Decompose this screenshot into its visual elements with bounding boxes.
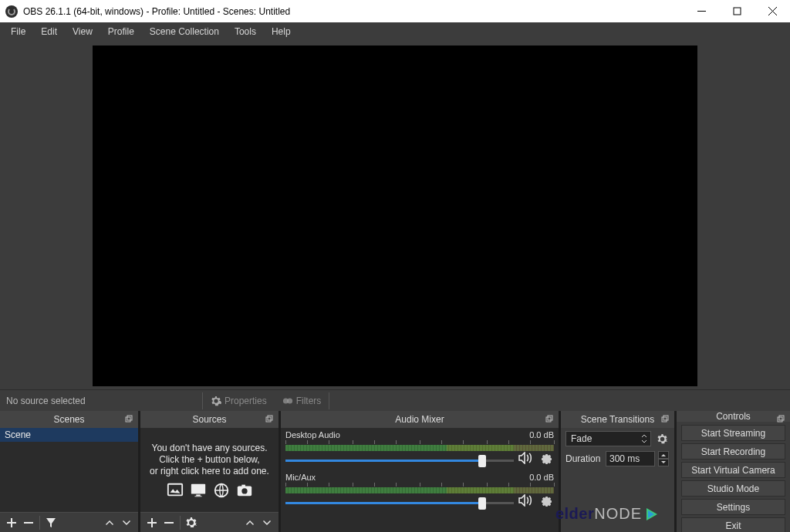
source-type-icons — [166, 482, 254, 499]
svg-rect-3 — [126, 417, 130, 422]
preview-canvas[interactable] — [93, 45, 697, 386]
gear-icon — [211, 396, 221, 406]
studio-mode-button[interactable]: Studio Mode — [681, 480, 785, 497]
controls-title: Controls — [716, 411, 751, 422]
separator — [39, 516, 40, 530]
window-titlebar: OBS 26.1.1 (64-bit, windows) - Profile: … — [0, 0, 790, 22]
scenes-footer — [0, 512, 138, 532]
gear-icon — [185, 517, 198, 529]
menu-edit[interactable]: Edit — [33, 24, 65, 39]
volume-slider[interactable] — [285, 456, 514, 466]
transition-settings-button[interactable] — [654, 431, 670, 446]
app-icon — [5, 5, 18, 18]
scenes-header: Scenes — [0, 411, 138, 428]
docks-row: Scenes Scene Sources You don't have any … — [0, 411, 790, 532]
svg-rect-5 — [266, 417, 271, 422]
menu-profile[interactable]: Profile — [100, 24, 142, 39]
start-virtual-camera-button[interactable]: Start Virtual Camera — [681, 462, 785, 478]
duration-up-button[interactable] — [658, 451, 669, 459]
scene-item[interactable]: Scene — [0, 428, 138, 442]
transition-select[interactable]: Fade — [565, 431, 651, 446]
window-title: OBS 26.1.1 (64-bit, windows) - Profile: … — [23, 6, 684, 17]
duration-down-button[interactable] — [658, 459, 669, 466]
sources-dock: Sources You don't have any sources. Clic… — [140, 411, 279, 532]
svg-rect-16 — [548, 416, 552, 420]
transitions-popout-button[interactable] — [660, 414, 670, 423]
channel-settings-button[interactable] — [538, 493, 554, 509]
remove-source-button[interactable] — [160, 514, 177, 531]
start-recording-button[interactable]: Start Recording — [681, 443, 785, 460]
svg-rect-20 — [779, 416, 784, 420]
svg-rect-19 — [778, 417, 782, 422]
transitions-title: Scene Transitions — [581, 414, 654, 425]
window-minimize-button[interactable] — [684, 0, 719, 22]
remove-scene-button[interactable] — [20, 514, 37, 531]
divider — [329, 392, 329, 409]
filters-icon — [282, 396, 293, 406]
scene-filters-button[interactable] — [42, 514, 59, 531]
chevron-down-icon — [261, 517, 273, 529]
source-move-up-button[interactable] — [241, 514, 258, 531]
plus-icon — [146, 517, 158, 529]
sources-empty[interactable]: You don't have any sources. Click the + … — [140, 428, 279, 512]
sources-popout-button[interactable] — [265, 414, 274, 423]
channel-controls-row — [285, 451, 554, 468]
camera-icon — [235, 482, 254, 499]
svg-rect-6 — [268, 416, 272, 420]
plus-icon — [5, 517, 18, 529]
volume-slider[interactable] — [285, 498, 514, 509]
controls-body: Start Streaming Start Recording Start Vi… — [677, 422, 790, 532]
properties-button[interactable]: Properties — [203, 396, 275, 406]
empty-line: or right click here to add one. — [150, 466, 269, 476]
gear-icon — [541, 496, 552, 507]
channel-settings-button[interactable] — [538, 451, 554, 466]
menu-scene-collection[interactable]: Scene Collection — [142, 24, 227, 39]
menu-tools[interactable]: Tools — [227, 24, 264, 39]
svg-rect-17 — [662, 417, 667, 422]
source-toolbar-status: No source selected — [6, 396, 202, 406]
scenes-title: Scenes — [53, 414, 84, 425]
duration-stepper — [658, 451, 669, 466]
controls-header: Controls — [677, 411, 790, 422]
mixer-popout-button[interactable] — [545, 414, 554, 423]
mute-button[interactable] — [518, 452, 534, 466]
channel-name: Desktop Audio — [285, 430, 340, 439]
speaker-icon — [518, 494, 534, 507]
duration-label: Duration — [565, 453, 603, 464]
add-scene-button[interactable] — [3, 514, 20, 531]
svg-rect-0 — [734, 8, 741, 15]
window-close-button[interactable] — [755, 0, 790, 22]
updown-icon — [641, 434, 647, 443]
channel-meta: Mic/Aux 0.0 dB — [285, 473, 554, 482]
scenes-popout-button[interactable] — [124, 414, 133, 423]
scenes-list[interactable]: Scene — [0, 428, 138, 512]
exit-button[interactable]: Exit — [681, 517, 785, 532]
menu-file[interactable]: File — [3, 24, 33, 39]
source-move-down-button[interactable] — [258, 514, 275, 531]
mixer-body: Desktop Audio 0.0 dB Mic/Aux 0.0 dB — [281, 428, 559, 532]
scene-move-up-button[interactable] — [101, 514, 118, 531]
window-maximize-button[interactable] — [719, 0, 755, 22]
preview-area — [0, 41, 790, 389]
image-icon — [166, 482, 184, 499]
source-settings-button[interactable] — [183, 514, 200, 531]
duration-input[interactable]: 300 ms — [606, 451, 655, 466]
menu-view[interactable]: View — [65, 24, 100, 39]
mute-button[interactable] — [518, 494, 534, 509]
empty-line: You don't have any sources. — [152, 443, 268, 453]
add-source-button[interactable] — [143, 514, 160, 531]
menu-help[interactable]: Help — [264, 24, 299, 39]
settings-button[interactable]: Settings — [681, 499, 785, 515]
minus-icon — [163, 517, 175, 529]
empty-line: Click the + button below, — [159, 454, 259, 465]
transitions-header: Scene Transitions — [561, 411, 674, 428]
scene-move-down-button[interactable] — [118, 514, 135, 531]
controls-popout-button[interactable] — [776, 414, 785, 423]
transition-selected: Fade — [571, 433, 592, 444]
audio-mixer-dock: Audio Mixer Desktop Audio 0.0 dB — [281, 411, 559, 532]
svg-rect-8 — [191, 484, 204, 494]
start-streaming-button[interactable]: Start Streaming — [681, 425, 785, 441]
svg-point-13 — [241, 488, 247, 493]
chevron-up-icon — [244, 517, 256, 529]
filters-button[interactable]: Filters — [275, 396, 329, 406]
